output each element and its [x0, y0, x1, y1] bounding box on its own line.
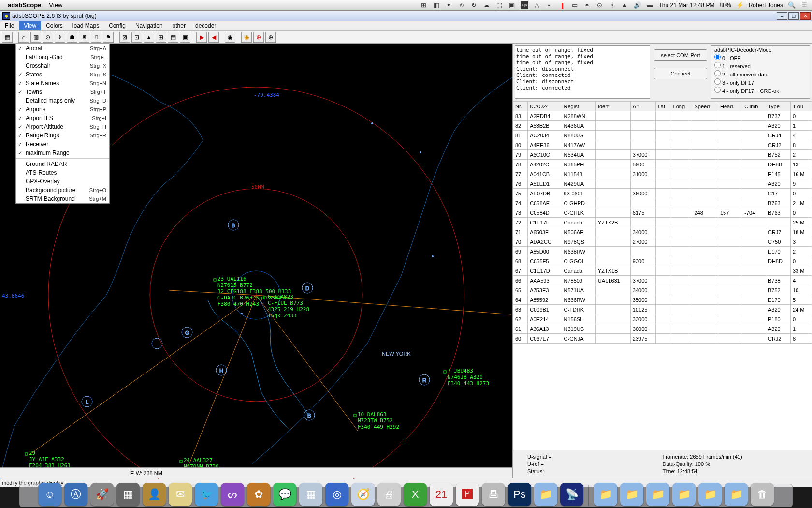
- table-row[interactable]: 66AAA593N78509UAL163137000B7384: [513, 276, 812, 285]
- dock-launchpad-icon[interactable]: 🚀: [90, 483, 114, 506]
- view-menu-item[interactable]: ✓AirportsStrg+P: [16, 105, 109, 114]
- dock-messages-icon[interactable]: 💬: [273, 483, 296, 506]
- tray-icon[interactable]: ⬚: [495, 1, 503, 9]
- tray-drive-icon[interactable]: △: [533, 1, 541, 9]
- tray-pause-icon[interactable]: ||: [558, 1, 566, 9]
- table-row[interactable]: 61A36A13N319US36000A3201: [513, 324, 812, 334]
- dock-safari-icon[interactable]: 🧭: [351, 483, 375, 506]
- table-row[interactable]: 74C058AEC-GHPDB76321 M: [513, 198, 812, 208]
- table-row[interactable]: 65A753E3N571UA34000B75210: [513, 285, 812, 295]
- tool-icon[interactable]: ♜: [79, 32, 89, 43]
- table-row[interactable]: 70ADA2CCN978QS27000C7503: [513, 237, 812, 247]
- table-row[interactable]: 67C1E17DCanadaYZTX1B33 M: [513, 266, 812, 276]
- mac-menu-view[interactable]: View: [49, 1, 62, 9]
- tray-icon[interactable]: ↻: [470, 1, 478, 9]
- table-row[interactable]: 73C0584DC-GHLK6175248157-704B7630: [513, 208, 812, 218]
- dock-trash-icon[interactable]: 🗑: [751, 483, 774, 506]
- select-comport-button[interactable]: select COM-Port: [654, 49, 707, 61]
- menu-decoder[interactable]: decoder: [190, 21, 221, 30]
- volume-icon[interactable]: 🔊: [634, 1, 641, 9]
- decoder-option[interactable]: 0 - OFF: [714, 54, 807, 62]
- tool-icon[interactable]: ▲: [144, 32, 154, 43]
- tray-icon[interactable]: ✦: [445, 1, 453, 9]
- dock-twitter-icon[interactable]: 🐦: [195, 483, 218, 506]
- dock-folder-icon[interactable]: 📁: [725, 483, 748, 506]
- tool-icon[interactable]: ⊞: [156, 32, 166, 43]
- column-header[interactable]: Lat: [655, 102, 671, 111]
- table-row[interactable]: 64A85592N636RW35000E1705: [513, 295, 812, 305]
- table-row[interactable]: 77A041CBN1154831000E14516 M: [513, 169, 812, 179]
- dock-app-icon[interactable]: ◎: [325, 483, 348, 506]
- dock-folder-icon[interactable]: 📁: [620, 483, 643, 506]
- dock-excel-icon[interactable]: X: [404, 483, 427, 506]
- view-menu-item[interactable]: Lat/Long.-GridStrg+L: [16, 53, 109, 61]
- tool-icon[interactable]: ⌂: [18, 32, 29, 43]
- column-header[interactable]: Speed: [692, 102, 718, 111]
- table-row[interactable]: 68C055F5C-GGOI9300DH8D0: [513, 256, 812, 266]
- dock-folder-icon[interactable]: 📁: [594, 483, 617, 506]
- table-row[interactable]: 62A0E214N156SL33000P1800: [513, 314, 812, 324]
- bluetooth-icon[interactable]: ᚼ: [609, 1, 616, 9]
- column-header[interactable]: ICAO24: [528, 102, 562, 111]
- mac-user[interactable]: Robert Jones: [749, 2, 783, 9]
- dock-printer-icon[interactable]: 🖨: [377, 483, 401, 506]
- dock-photoshop-icon[interactable]: Ps: [508, 483, 531, 506]
- view-menu-item[interactable]: ✓AircraftStrg+A: [16, 44, 109, 53]
- table-row[interactable]: 60C067E7C-GNJA23975CRJ28: [513, 334, 812, 344]
- tray-icon[interactable]: ⊙: [596, 1, 604, 9]
- menu-navigation[interactable]: Navigation: [130, 21, 168, 30]
- column-header[interactable]: T-ou: [791, 102, 812, 111]
- mac-app-name[interactable]: adsbScope: [8, 1, 41, 9]
- wifi-icon[interactable]: ⧜: [546, 1, 553, 9]
- decoder-option[interactable]: 1 - reserved: [714, 62, 807, 70]
- dock-app-icon[interactable]: ᔕ: [221, 483, 244, 506]
- dock-contacts-icon[interactable]: 👤: [143, 483, 166, 506]
- tray-adobe-icon[interactable]: A|6: [521, 1, 528, 9]
- table-row[interactable]: 80A4EE36N417AWCRJ28: [513, 140, 812, 150]
- tray-icon[interactable]: ⊞: [420, 1, 428, 9]
- minimize-button[interactable]: –: [777, 12, 787, 20]
- dock-folder-icon[interactable]: 📁: [646, 483, 669, 506]
- decoder-option[interactable]: 2 - all received data: [714, 70, 807, 78]
- view-menu-item[interactable]: Detailed maps onlyStrg+D: [16, 96, 109, 105]
- view-menu-item[interactable]: Ground RADAR: [16, 160, 109, 168]
- decoder-option[interactable]: 4 - only DF17 + CRC-ok: [714, 87, 807, 95]
- tool-icon[interactable]: ✈: [55, 32, 65, 43]
- tool-icon[interactable]: ▣: [180, 32, 190, 43]
- view-menu-item[interactable]: ✓Range RingsStrg+R: [16, 131, 109, 140]
- table-row[interactable]: 63C009B1C-FDRK10125A32024 M: [513, 305, 812, 314]
- table-row[interactable]: 82A53B2BN436UAA3201: [513, 121, 812, 131]
- menu-icon[interactable]: ☰: [800, 1, 808, 9]
- view-menu-item[interactable]: ✓TownsStrg+T: [16, 88, 109, 96]
- table-row[interactable]: 78A4202CN365PH5900DH8B13: [513, 160, 812, 169]
- column-header[interactable]: Type: [766, 102, 790, 111]
- dock-adsbscope-icon[interactable]: 📡: [560, 483, 583, 506]
- dock-folder-icon[interactable]: 📁: [698, 483, 722, 506]
- table-row[interactable]: 76A51ED1N429UAA3209: [513, 179, 812, 189]
- dock-pdf-icon[interactable]: 🅿: [456, 483, 479, 506]
- table-row[interactable]: 81AC2034N8800GCRJ44: [513, 131, 812, 140]
- dock-app-icon[interactable]: ✿: [247, 483, 270, 506]
- tool-icon[interactable]: ⊙: [43, 32, 53, 43]
- view-menu-item[interactable]: ATS-Routes: [16, 168, 109, 177]
- dock-app-icon[interactable]: 🖶: [482, 483, 505, 506]
- tool-icon[interactable]: ⊕: [265, 32, 276, 43]
- menu-other[interactable]: other: [168, 21, 190, 30]
- tray-icon[interactable]: ▣: [508, 1, 516, 9]
- column-header[interactable]: Climb: [742, 102, 766, 111]
- menu-config[interactable]: Config: [104, 21, 130, 30]
- tray-icon[interactable]: ◧: [433, 1, 440, 9]
- tool-icon[interactable]: ⊕: [253, 32, 264, 43]
- maximize-button[interactable]: □: [788, 12, 799, 20]
- tool-icon[interactable]: ♖: [91, 32, 102, 43]
- mac-battery-pct[interactable]: 80%: [720, 2, 731, 9]
- view-menu-item[interactable]: SRTM-BackgroundStrg+M: [16, 194, 109, 203]
- tool-target-icon[interactable]: ◉: [225, 32, 235, 43]
- connect-button[interactable]: Connect: [654, 68, 707, 79]
- aircraft-table-wrap[interactable]: Nr.ICAO24Regist.IdentAltLatLongSpeedHead…: [513, 101, 812, 450]
- view-menu-item[interactable]: ✓Airport AltitudeStrg+H: [16, 122, 109, 131]
- table-row[interactable]: 71A6503FN506AE34000CRJ718 M: [513, 227, 812, 237]
- dock-appstore-icon[interactable]: Ⓐ: [64, 483, 87, 506]
- decoder-option[interactable]: 3 - only DF17: [714, 78, 807, 87]
- tray-icon[interactable]: ⎋: [458, 1, 465, 9]
